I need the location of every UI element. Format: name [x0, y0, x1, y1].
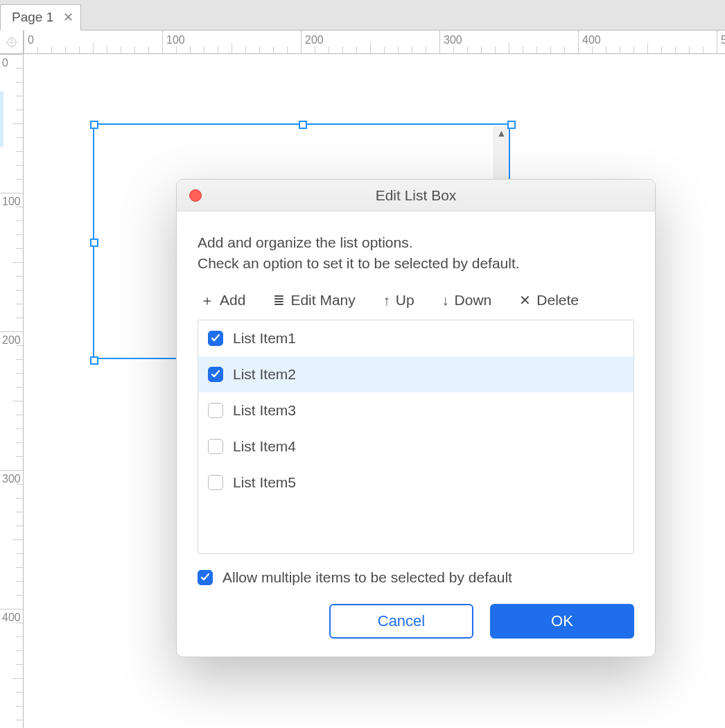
- resize-handle[interactable]: [299, 121, 307, 129]
- move-up-button[interactable]: ↑ Up: [383, 292, 414, 309]
- ruler-h-label: 500: [721, 34, 725, 46]
- list-item-checkbox[interactable]: [208, 331, 223, 346]
- options-list[interactable]: List Item1List Item2List Item3List Item4…: [198, 320, 634, 554]
- list-item-label: List Item5: [233, 474, 296, 491]
- ruler-h-label: 100: [166, 34, 185, 46]
- down-label: Down: [455, 292, 492, 309]
- plus-icon: ＋: [200, 291, 214, 310]
- list-item[interactable]: List Item1: [198, 320, 634, 356]
- dialog-title: Edit List Box: [177, 187, 655, 204]
- tab-bar: Page 1 ✕: [0, 0, 725, 31]
- up-label: Up: [396, 292, 414, 309]
- list-item[interactable]: List Item4: [198, 428, 634, 465]
- resize-handle[interactable]: [90, 239, 98, 247]
- crosshair-icon: [6, 36, 18, 49]
- arrow-down-icon: ↓: [442, 293, 449, 309]
- ruler-highlight: [0, 92, 3, 147]
- resize-handle[interactable]: [507, 121, 516, 129]
- dialog-description: Add and organize the list options. Check…: [198, 232, 634, 275]
- dialog-buttons: Cancel OK: [198, 604, 634, 639]
- scroll-up-icon[interactable]: ▲: [494, 126, 509, 140]
- add-button[interactable]: ＋ Add: [200, 291, 245, 310]
- close-icon[interactable]: ✕: [63, 10, 73, 25]
- list-item-label: List Item1: [233, 330, 296, 347]
- list-icon: ≣: [273, 292, 285, 309]
- list-item[interactable]: List Item2: [198, 356, 634, 392]
- dialog-body: Add and organize the list options. Check…: [177, 211, 655, 657]
- dialog-toolbar: ＋ Add ≣ Edit Many ↑ Up ↓ Down ✕ Delete: [198, 291, 634, 310]
- resize-handle[interactable]: [90, 356, 98, 365]
- ruler-horizontal[interactable]: 0100200300400500: [24, 31, 725, 54]
- ruler-h-label: 0: [28, 34, 34, 46]
- list-item-checkbox[interactable]: [208, 475, 223, 490]
- arrow-up-icon: ↑: [383, 293, 390, 309]
- add-label: Add: [220, 292, 245, 309]
- allow-multiple-label: Allow multiple items to be selected by d…: [222, 569, 512, 586]
- move-down-button[interactable]: ↓ Down: [442, 292, 492, 309]
- dialog-titlebar[interactable]: Edit List Box: [177, 180, 655, 211]
- list-item-label: List Item4: [233, 438, 296, 455]
- edit-many-button[interactable]: ≣ Edit Many: [273, 292, 355, 309]
- list-item-label: List Item2: [233, 366, 296, 383]
- list-item[interactable]: List Item3: [198, 392, 634, 428]
- resize-handle[interactable]: [90, 121, 98, 129]
- ruler-h-label: 300: [444, 34, 462, 46]
- ok-button[interactable]: OK: [490, 604, 634, 639]
- ruler-vertical[interactable]: 0100200300400: [0, 54, 24, 728]
- cancel-button[interactable]: Cancel: [329, 604, 473, 639]
- allow-multiple-row[interactable]: Allow multiple items to be selected by d…: [198, 569, 634, 586]
- edit-many-label: Edit Many: [290, 292, 355, 309]
- page-tab-label: Page 1: [12, 10, 53, 25]
- list-item-checkbox[interactable]: [208, 403, 223, 418]
- x-icon: ✕: [519, 292, 531, 309]
- list-item-label: List Item3: [233, 402, 296, 419]
- ruler-h-label: 400: [582, 34, 601, 46]
- cancel-label: Cancel: [378, 612, 425, 630]
- ok-label: OK: [551, 612, 573, 630]
- list-item-checkbox[interactable]: [208, 439, 223, 454]
- ruler-v-label: 0: [2, 57, 8, 69]
- delete-button[interactable]: ✕ Delete: [519, 292, 579, 309]
- delete-label: Delete: [536, 292, 579, 309]
- allow-multiple-checkbox[interactable]: [198, 570, 213, 585]
- ruler-origin[interactable]: [0, 31, 24, 54]
- dialog-desc-line1: Add and organize the list options.: [198, 232, 634, 253]
- ruler-h-label: 200: [305, 34, 324, 46]
- edit-listbox-dialog: Edit List Box Add and organize the list …: [176, 179, 656, 657]
- list-item[interactable]: List Item5: [198, 465, 634, 501]
- dialog-desc-line2: Check an option to set it to be selected…: [198, 253, 634, 274]
- list-item-checkbox[interactable]: [208, 367, 223, 382]
- page-tab[interactable]: Page 1 ✕: [0, 4, 81, 31]
